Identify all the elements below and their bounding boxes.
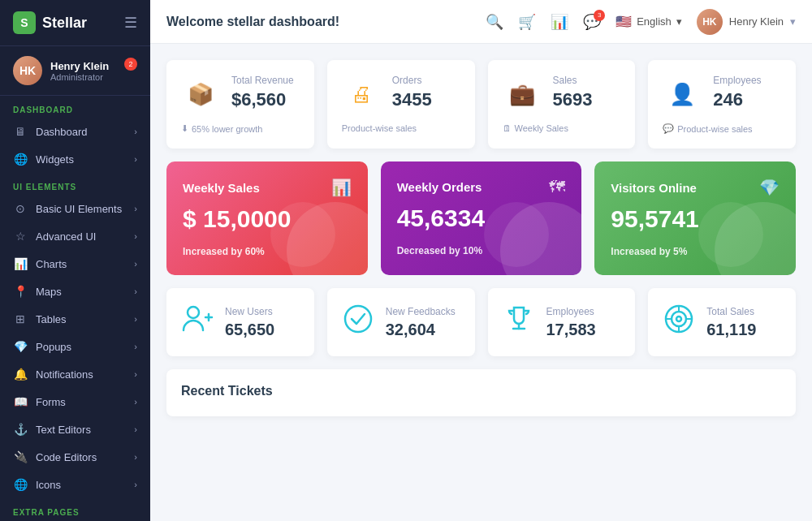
table-icon: ⊞ (13, 312, 28, 325)
sidebar-notification-badge: 2 (124, 58, 137, 71)
hamburger-icon[interactable]: ☰ (124, 14, 137, 32)
svg-point-8 (676, 316, 681, 321)
recent-tickets-title: Recent Tickets (181, 384, 781, 398)
sidebar-item-label: Notifications (36, 368, 93, 381)
chart-bar-icon: 📊 (331, 178, 352, 197)
sidebar-item-advanced-ui[interactable]: ☆ Advanced UI › (0, 222, 150, 250)
stat-value: 5693 (553, 89, 593, 110)
stat-footer: 💬 Product-wise sales (663, 123, 781, 134)
sidebar-item-label: Popups (36, 341, 71, 353)
header-user-name: Henry Klein (729, 15, 784, 28)
stats-row-1: 📦 Total Revenue $6,560 ⬇ 65% lower growt… (166, 60, 796, 149)
star-icon: ☆ (13, 230, 28, 243)
big-stat-title: Weekly Orders (397, 180, 482, 194)
stat-value: $6,560 (231, 89, 294, 110)
content-area: 📦 Total Revenue $6,560 ⬇ 65% lower growt… (150, 44, 812, 521)
chevron-right-icon: › (134, 480, 137, 489)
sidebar-item-code-editors[interactable]: 🔌 Code Editors › (0, 443, 150, 471)
chevron-right-icon: › (134, 286, 137, 296)
sidebar: S Stellar ☰ HK Henry Klein Administrator… (0, 0, 150, 521)
chat-icon: 💬 (663, 123, 674, 134)
target-icon (663, 303, 695, 342)
calendar-icon: 🗓 (503, 123, 512, 133)
header-avatar: HK (697, 9, 723, 35)
stat-value: 61,119 (706, 321, 756, 339)
sidebar-item-label: Forms (36, 396, 66, 408)
plug-icon: 🔌 (13, 450, 28, 463)
search-icon[interactable]: 🔍 (486, 13, 503, 31)
cart-icon[interactable]: 🛒 (518, 13, 536, 31)
sidebar-item-label: Code Editors (36, 451, 97, 463)
sidebar-item-charts[interactable]: 📊 Charts › (0, 250, 150, 278)
big-stat-value: $ 15,0000 (183, 205, 352, 233)
stat-label: New Feedbacks (386, 306, 456, 317)
chevron-right-icon: › (134, 231, 137, 241)
user-details: Henry Klein Administrator (50, 60, 109, 82)
map-icon: 📍 (13, 285, 28, 298)
language-button[interactable]: 🇺🇸 English ▾ (615, 14, 682, 29)
chevron-right-icon: › (134, 204, 137, 213)
chevron-right-icon: › (134, 259, 137, 269)
orders-icon: 🖨 (342, 75, 381, 114)
avatar: HK (13, 56, 42, 85)
message-icon[interactable]: 💬 3 (583, 13, 601, 31)
user-name: Henry Klein (50, 60, 109, 72)
stat-label: Employees (546, 306, 596, 317)
bottom-stats-row: New Users 65,650 New Feedbacks 32,604 (166, 288, 796, 356)
chevron-right-icon: › (134, 369, 137, 379)
chevron-right-icon: › (134, 342, 137, 351)
sidebar-item-label: Icons (36, 479, 61, 491)
sidebar-item-label: Widgets (36, 153, 74, 166)
stat-label: Total Revenue (231, 75, 294, 86)
chevron-down-icon: ▾ (676, 15, 682, 28)
section-label-dashboard: DASHBOARD (0, 96, 150, 118)
sidebar-item-icons[interactable]: 🌐 Icons › (0, 471, 150, 498)
chevron-down-icon: ▾ (790, 15, 796, 28)
stat-label: New Users (225, 306, 274, 317)
diamond-icon: 💎 (759, 178, 780, 197)
section-label-extra-pages: EXTRA PAGES (0, 498, 150, 520)
map-icon: 🗺 (549, 178, 565, 196)
sidebar-user-info: HK Henry Klein Administrator 2 (0, 46, 150, 96)
big-stat-card-weekly-sales: Weekly Sales 📊 $ 15,0000 Increased by 60… (166, 161, 368, 275)
widgets-icon: 🌐 (13, 153, 28, 166)
chart-icon: 📊 (13, 257, 28, 270)
user-menu-button[interactable]: HK Henry Klein ▾ (697, 9, 796, 35)
stat-footer: 🗓 Weekly Sales (503, 123, 621, 133)
arrow-down-icon: ⬇ (181, 123, 188, 134)
feedback-icon (342, 303, 374, 342)
sidebar-item-popups[interactable]: 💎 Popups › (0, 333, 150, 360)
bottom-stat-employees: Employees 17,583 (488, 288, 636, 356)
new-users-icon (181, 303, 214, 342)
sidebar-item-label: Dashboard (36, 126, 88, 138)
sidebar-item-forms[interactable]: 📖 Forms › (0, 388, 150, 416)
sidebar-item-basic-ui[interactable]: ⊙ Basic UI Elements › (0, 195, 150, 222)
sidebar-item-text-editors[interactable]: ⚓ Text Editors › (0, 416, 150, 443)
big-stat-footer: Increased by 5% (611, 246, 780, 257)
main-content: Welcome stellar dashboard! 🔍 🛒 📊 💬 3 🇺🇸 … (150, 0, 812, 521)
sidebar-item-widgets[interactable]: 🌐 Widgets › (0, 145, 150, 173)
big-stat-footer: Decreased by 10% (397, 245, 566, 256)
bottom-stat-feedbacks: New Feedbacks 32,604 (327, 288, 475, 356)
sidebar-item-label: Tables (36, 313, 67, 325)
employees-icon: 👤 (663, 75, 702, 114)
stat-footer: ⬇ 65% lower growth (181, 123, 300, 134)
sidebar-item-tables[interactable]: ⊞ Tables › (0, 305, 150, 333)
flag-icon: 🇺🇸 (615, 14, 632, 29)
sidebar-item-notifications[interactable]: 🔔 Notifications › (0, 360, 150, 388)
chevron-right-icon: › (134, 452, 137, 462)
logo-container: S Stellar (13, 11, 87, 34)
stat-value: 65,650 (225, 321, 274, 339)
logo-icon: S (13, 11, 36, 34)
stat-card-employees: 👤 Employees 246 💬 Product-wise sales (648, 60, 796, 149)
sidebar-item-label: Text Editors (36, 424, 91, 436)
stat-card-revenue: 📦 Total Revenue $6,560 ⬇ 65% lower growt… (166, 60, 314, 149)
user-role: Administrator (50, 72, 109, 82)
sidebar-item-dashboard[interactable]: 🖥 Dashboard › (0, 118, 150, 145)
sidebar-item-label: Charts (36, 258, 67, 270)
sidebar-item-maps[interactable]: 📍 Maps › (0, 278, 150, 305)
big-stat-value: 45,6334 (397, 205, 566, 232)
chevron-right-icon: › (134, 127, 137, 136)
chevron-right-icon: › (134, 314, 137, 324)
bar-chart-icon[interactable]: 📊 (551, 13, 568, 31)
